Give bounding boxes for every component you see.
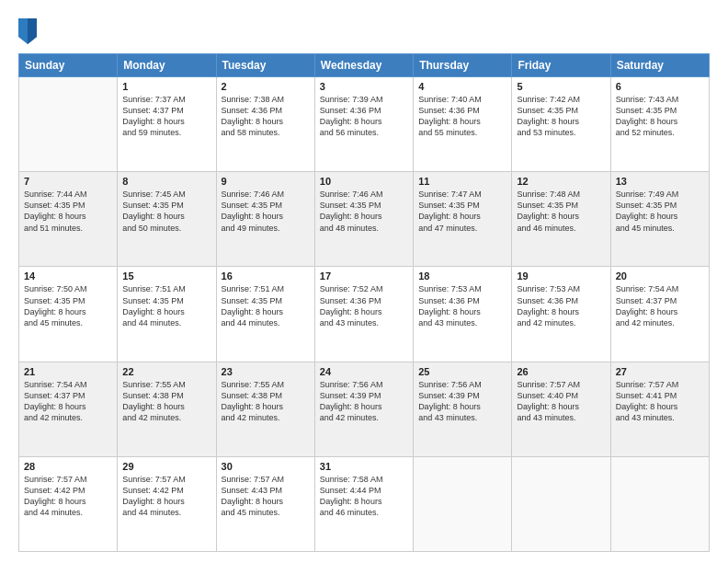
calendar-cell: 22Sunrise: 7:55 AM Sunset: 4:38 PM Dayli… — [118, 362, 216, 456]
day-info: Sunrise: 7:53 AM Sunset: 4:36 PM Dayligh… — [418, 283, 506, 328]
col-header-friday: Friday — [512, 54, 610, 77]
col-header-saturday: Saturday — [610, 54, 709, 77]
calendar-cell: 12Sunrise: 7:48 AM Sunset: 4:35 PM Dayli… — [512, 172, 610, 267]
day-info: Sunrise: 7:55 AM Sunset: 4:38 PM Dayligh… — [122, 379, 210, 424]
calendar-cell: 2Sunrise: 7:38 AM Sunset: 4:36 PM Daylig… — [216, 77, 314, 172]
calendar-cell: 30Sunrise: 7:57 AM Sunset: 4:43 PM Dayli… — [216, 456, 314, 551]
calendar-cell: 5Sunrise: 7:42 AM Sunset: 4:35 PM Daylig… — [512, 77, 610, 172]
day-number: 22 — [122, 366, 210, 377]
calendar-cell: 29Sunrise: 7:57 AM Sunset: 4:42 PM Dayli… — [118, 456, 216, 551]
day-number: 16 — [222, 270, 310, 282]
day-info: Sunrise: 7:56 AM Sunset: 4:39 PM Dayligh… — [418, 379, 506, 424]
day-info: Sunrise: 7:51 AM Sunset: 4:35 PM Dayligh… — [222, 283, 310, 328]
calendar-cell: 25Sunrise: 7:56 AM Sunset: 4:39 PM Dayli… — [414, 362, 512, 456]
day-number: 5 — [517, 81, 605, 92]
calendar-cell: 17Sunrise: 7:52 AM Sunset: 4:36 PM Dayli… — [314, 267, 413, 362]
day-info: Sunrise: 7:53 AM Sunset: 4:36 PM Dayligh… — [517, 283, 605, 328]
day-info: Sunrise: 7:56 AM Sunset: 4:39 PM Dayligh… — [320, 379, 408, 424]
calendar-cell — [19, 77, 118, 172]
col-header-thursday: Thursday — [414, 54, 512, 77]
day-info: Sunrise: 7:42 AM Sunset: 4:35 PM Dayligh… — [517, 94, 605, 139]
calendar-cell: 10Sunrise: 7:46 AM Sunset: 4:35 PM Dayli… — [314, 172, 413, 267]
day-info: Sunrise: 7:57 AM Sunset: 4:43 PM Dayligh… — [222, 474, 310, 519]
day-info: Sunrise: 7:47 AM Sunset: 4:35 PM Dayligh… — [418, 189, 506, 234]
day-info: Sunrise: 7:54 AM Sunset: 4:37 PM Dayligh… — [24, 379, 112, 424]
day-info: Sunrise: 7:39 AM Sunset: 4:36 PM Dayligh… — [320, 94, 408, 139]
day-number: 3 — [320, 81, 408, 92]
calendar-cell: 11Sunrise: 7:47 AM Sunset: 4:35 PM Dayli… — [414, 172, 512, 267]
day-number: 11 — [418, 176, 506, 187]
day-info: Sunrise: 7:37 AM Sunset: 4:37 PM Dayligh… — [122, 94, 210, 139]
day-number: 1 — [122, 81, 210, 92]
day-info: Sunrise: 7:48 AM Sunset: 4:35 PM Dayligh… — [517, 189, 605, 234]
calendar-cell: 19Sunrise: 7:53 AM Sunset: 4:36 PM Dayli… — [512, 267, 610, 362]
week-row-4: 21Sunrise: 7:54 AM Sunset: 4:37 PM Dayli… — [19, 362, 710, 456]
day-number: 31 — [320, 461, 408, 472]
day-number: 8 — [122, 176, 210, 187]
day-number: 4 — [418, 81, 506, 92]
day-info: Sunrise: 7:57 AM Sunset: 4:42 PM Dayligh… — [24, 474, 112, 519]
day-info: Sunrise: 7:57 AM Sunset: 4:40 PM Dayligh… — [517, 379, 605, 424]
day-number: 25 — [418, 366, 506, 377]
day-info: Sunrise: 7:51 AM Sunset: 4:35 PM Dayligh… — [122, 283, 210, 328]
day-number: 2 — [222, 81, 310, 92]
logo — [18, 18, 40, 44]
calendar-cell: 14Sunrise: 7:50 AM Sunset: 4:35 PM Dayli… — [19, 267, 118, 362]
day-number: 14 — [24, 270, 112, 282]
header — [18, 15, 710, 44]
calendar-cell: 6Sunrise: 7:43 AM Sunset: 4:35 PM Daylig… — [610, 77, 709, 172]
day-number: 29 — [122, 461, 210, 472]
calendar-cell: 27Sunrise: 7:57 AM Sunset: 4:41 PM Dayli… — [610, 362, 709, 456]
calendar-cell: 26Sunrise: 7:57 AM Sunset: 4:40 PM Dayli… — [512, 362, 610, 456]
day-number: 27 — [616, 366, 704, 377]
calendar-cell: 13Sunrise: 7:49 AM Sunset: 4:35 PM Dayli… — [610, 172, 709, 267]
day-number: 15 — [122, 270, 210, 282]
calendar-cell — [610, 456, 709, 551]
calendar-cell: 31Sunrise: 7:58 AM Sunset: 4:44 PM Dayli… — [314, 456, 413, 551]
day-number: 17 — [320, 270, 408, 282]
calendar-cell: 21Sunrise: 7:54 AM Sunset: 4:37 PM Dayli… — [19, 362, 118, 456]
day-number: 9 — [222, 176, 310, 187]
day-number: 18 — [418, 270, 506, 282]
svg-marker-1 — [28, 18, 37, 44]
day-info: Sunrise: 7:55 AM Sunset: 4:38 PM Dayligh… — [222, 379, 310, 424]
day-info: Sunrise: 7:54 AM Sunset: 4:37 PM Dayligh… — [616, 283, 704, 328]
day-info: Sunrise: 7:40 AM Sunset: 4:36 PM Dayligh… — [418, 94, 506, 139]
calendar-table: SundayMondayTuesdayWednesdayThursdayFrid… — [18, 53, 710, 552]
day-number: 13 — [616, 176, 704, 187]
calendar-cell: 24Sunrise: 7:56 AM Sunset: 4:39 PM Dayli… — [314, 362, 413, 456]
day-info: Sunrise: 7:52 AM Sunset: 4:36 PM Dayligh… — [320, 283, 408, 328]
week-row-5: 28Sunrise: 7:57 AM Sunset: 4:42 PM Dayli… — [19, 456, 710, 551]
day-number: 24 — [320, 366, 408, 377]
day-number: 26 — [517, 366, 605, 377]
day-number: 6 — [616, 81, 704, 92]
calendar-cell: 4Sunrise: 7:40 AM Sunset: 4:36 PM Daylig… — [414, 77, 512, 172]
col-header-monday: Monday — [118, 54, 216, 77]
day-info: Sunrise: 7:46 AM Sunset: 4:35 PM Dayligh… — [320, 189, 408, 234]
day-number: 21 — [24, 366, 112, 377]
day-info: Sunrise: 7:43 AM Sunset: 4:35 PM Dayligh… — [616, 94, 704, 139]
col-header-tuesday: Tuesday — [216, 54, 314, 77]
calendar-cell: 15Sunrise: 7:51 AM Sunset: 4:35 PM Dayli… — [118, 267, 216, 362]
logo-icon — [18, 18, 37, 44]
day-number: 28 — [24, 461, 112, 472]
calendar-cell — [414, 456, 512, 551]
page: SundayMondayTuesdayWednesdayThursdayFrid… — [0, 0, 728, 563]
calendar-cell: 9Sunrise: 7:46 AM Sunset: 4:35 PM Daylig… — [216, 172, 314, 267]
calendar-cell: 8Sunrise: 7:45 AM Sunset: 4:35 PM Daylig… — [118, 172, 216, 267]
day-info: Sunrise: 7:38 AM Sunset: 4:36 PM Dayligh… — [222, 94, 310, 139]
day-number: 7 — [24, 176, 112, 187]
calendar-cell: 18Sunrise: 7:53 AM Sunset: 4:36 PM Dayli… — [414, 267, 512, 362]
day-info: Sunrise: 7:57 AM Sunset: 4:42 PM Dayligh… — [122, 474, 210, 519]
day-info: Sunrise: 7:45 AM Sunset: 4:35 PM Dayligh… — [122, 189, 210, 234]
calendar-cell — [512, 456, 610, 551]
day-info: Sunrise: 7:46 AM Sunset: 4:35 PM Dayligh… — [222, 189, 310, 234]
day-number: 19 — [517, 270, 605, 282]
day-info: Sunrise: 7:57 AM Sunset: 4:41 PM Dayligh… — [616, 379, 704, 424]
calendar-cell: 1Sunrise: 7:37 AM Sunset: 4:37 PM Daylig… — [118, 77, 216, 172]
calendar-cell: 7Sunrise: 7:44 AM Sunset: 4:35 PM Daylig… — [19, 172, 118, 267]
calendar-cell: 23Sunrise: 7:55 AM Sunset: 4:38 PM Dayli… — [216, 362, 314, 456]
week-row-1: 1Sunrise: 7:37 AM Sunset: 4:37 PM Daylig… — [19, 77, 710, 172]
header-row: SundayMondayTuesdayWednesdayThursdayFrid… — [19, 54, 710, 77]
day-info: Sunrise: 7:49 AM Sunset: 4:35 PM Dayligh… — [616, 189, 704, 234]
